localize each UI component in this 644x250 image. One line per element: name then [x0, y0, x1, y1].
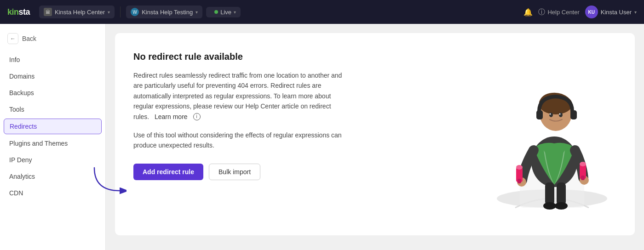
- bell-button[interactable]: 🔔: [523, 8, 533, 17]
- svg-point-13: [516, 165, 523, 170]
- svg-rect-14: [518, 179, 521, 183]
- sidebar: ← Back Info Domains Backups Tools Redire…: [0, 24, 106, 250]
- main-layout: ← Back Info Domains Backups Tools Redire…: [0, 24, 644, 250]
- main-content-area: No redirect rule available Redirect rule…: [106, 24, 644, 250]
- user-chevron-icon: ▾: [634, 10, 637, 15]
- svg-rect-6: [570, 110, 577, 119]
- svg-point-7: [549, 113, 553, 117]
- site2-label: Kinsta Help Testing: [142, 9, 193, 16]
- illustration-image: [488, 42, 616, 217]
- sidebar-item-redirects[interactable]: Redirects: [4, 119, 102, 134]
- svg-rect-20: [557, 182, 566, 205]
- user-menu-button[interactable]: KU Kinsta User ▾: [585, 6, 637, 18]
- site-selector-2[interactable]: W Kinsta Help Testing ▾: [126, 6, 202, 18]
- svg-rect-18: [581, 176, 585, 180]
- sidebar-item-cdn[interactable]: CDN: [0, 185, 105, 201]
- back-label: Back: [22, 35, 36, 42]
- description-text: Redirect rules seamlessly redirect traff…: [133, 70, 345, 122]
- svg-point-10: [559, 114, 561, 115]
- site1-label: Kinsta Help Center: [55, 9, 105, 16]
- warning-text: Use of this tool without considering the…: [133, 130, 345, 151]
- svg-rect-19: [545, 182, 554, 205]
- user-name-label: Kinsta User: [601, 9, 632, 16]
- sidebar-item-tools[interactable]: Tools: [0, 101, 105, 118]
- topnav-actions: 🔔 ⓘ Help Center KU Kinsta User ▾: [523, 6, 637, 18]
- help-circle-icon: ⓘ: [538, 8, 545, 17]
- nav-divider: [120, 6, 121, 17]
- sidebar-item-domains[interactable]: Domains: [0, 68, 105, 85]
- live-label: Live: [220, 9, 231, 16]
- user-avatar: KU: [585, 6, 598, 18]
- add-redirect-rule-button[interactable]: Add redirect rule: [133, 164, 203, 180]
- learn-more-link[interactable]: Learn more i: [151, 112, 200, 122]
- svg-point-9: [550, 114, 551, 115]
- svg-point-8: [559, 113, 563, 117]
- sidebar-item-backups[interactable]: Backups: [0, 85, 105, 101]
- page-title: No redirect rule available: [133, 51, 345, 62]
- site1-icon: 🏛: [44, 8, 52, 16]
- back-arrow-icon: ←: [7, 33, 18, 44]
- site-selector-1[interactable]: 🏛 Kinsta Help Center ▾: [39, 6, 115, 18]
- info-circle-icon: i: [193, 113, 201, 120]
- sidebar-item-plugins-themes[interactable]: Plugins and Themes: [0, 135, 105, 152]
- sidebar-item-ip-deny[interactable]: IP Deny: [0, 152, 105, 168]
- kinsta-logo: kinsta: [7, 7, 30, 17]
- content-left-panel: No redirect rule available Redirect rule…: [133, 51, 354, 180]
- svg-point-17: [580, 162, 586, 166]
- top-navigation: kinsta 🏛 Kinsta Help Center ▾ W Kinsta H…: [0, 0, 644, 24]
- svg-rect-5: [536, 110, 543, 119]
- sidebar-item-analytics[interactable]: Analytics: [0, 168, 105, 185]
- bulk-import-button[interactable]: Bulk import: [209, 164, 260, 180]
- svg-point-22: [555, 202, 568, 210]
- wp-icon: W: [131, 8, 139, 16]
- back-button[interactable]: ← Back: [0, 29, 105, 48]
- help-label: Help Center: [547, 9, 579, 16]
- svg-point-21: [543, 202, 556, 210]
- content-card: No redirect rule available Redirect rule…: [115, 33, 635, 235]
- redirect-illustration-svg: [488, 42, 616, 217]
- sidebar-item-info[interactable]: Info: [0, 51, 105, 68]
- live-dot-icon: [214, 10, 218, 14]
- live-status-badge[interactable]: Live ▾: [206, 7, 241, 17]
- action-buttons: Add redirect rule Bulk import: [133, 164, 345, 180]
- live-chevron-icon: ▾: [234, 10, 236, 15]
- site1-chevron-icon: ▾: [108, 10, 110, 15]
- site2-chevron-icon: ▾: [196, 10, 198, 15]
- help-center-button[interactable]: ⓘ Help Center: [538, 8, 579, 17]
- user-initials: KU: [588, 10, 595, 15]
